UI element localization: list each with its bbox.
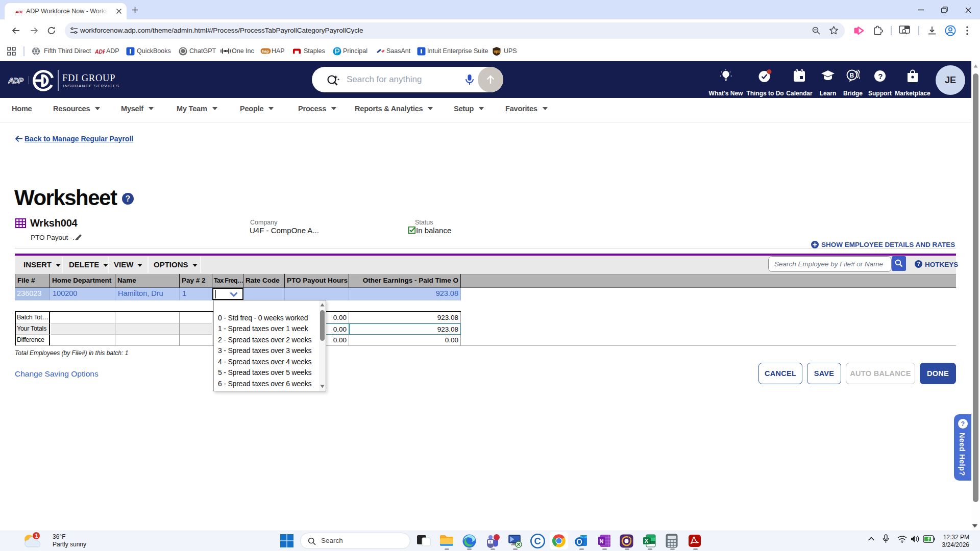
svg-text:T: T <box>489 540 491 544</box>
svg-text:ADP: ADP <box>15 10 23 14</box>
svg-text:X: X <box>645 538 649 544</box>
svg-text:hap: hap <box>262 49 270 54</box>
svg-text:?: ? <box>961 420 965 428</box>
svg-text:ups: ups <box>494 49 500 54</box>
svg-text:B: B <box>850 72 854 79</box>
svg-text:N: N <box>600 538 604 544</box>
svg-text:?: ? <box>917 261 920 267</box>
svg-text:C: C <box>534 536 541 546</box>
svg-text:1: 1 <box>35 533 38 539</box>
svg-text:ADP: ADP <box>8 76 24 85</box>
svg-text:ADP: ADP <box>95 48 105 55</box>
svg-text:?: ? <box>878 72 883 81</box>
